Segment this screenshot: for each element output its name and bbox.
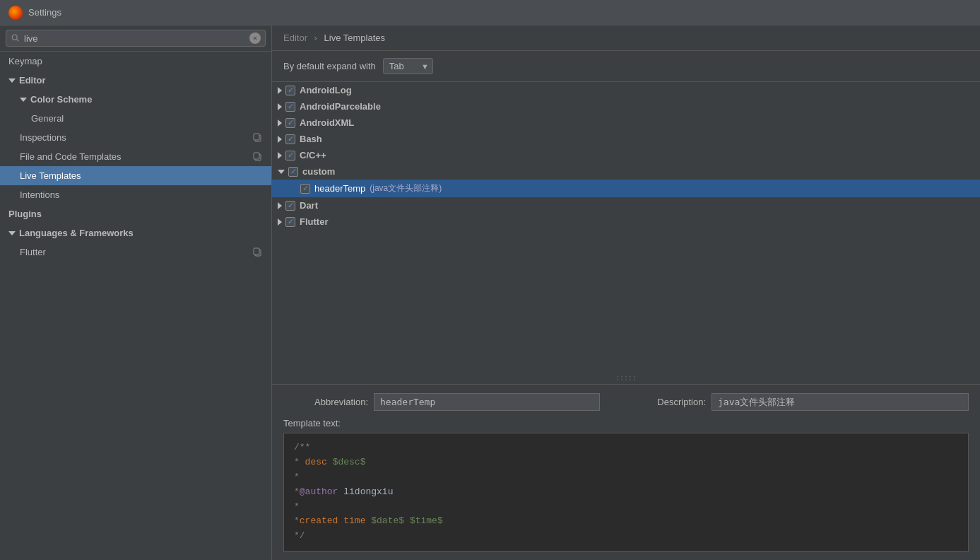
sidebar-item-languages-frameworks[interactable]: Languages & Frameworks — [0, 223, 271, 243]
file-code-templates-label: File and Code Templates — [20, 151, 122, 162]
sidebar: ✕ Keymap Editor Color Scheme General — [0, 25, 272, 560]
sidebar-item-keymap[interactable]: Keymap — [0, 52, 271, 71]
sidebar-item-plugins[interactable]: Plugins — [0, 204, 271, 223]
sidebar-item-editor[interactable]: Editor — [0, 71, 271, 90]
code-line-5-text: * — [294, 501, 300, 512]
sidebar-item-live-templates[interactable]: Live Templates — [0, 166, 271, 185]
group-custom[interactable]: custom — [272, 163, 980, 180]
androidlog-checkbox[interactable] — [285, 86, 295, 95]
lang-expand-icon — [8, 231, 16, 235]
custom-name: custom — [302, 166, 335, 177]
file-code-templates-copy-icon — [253, 152, 263, 162]
androidparcelable-checkbox[interactable] — [285, 102, 295, 112]
main-layout: ✕ Keymap Editor Color Scheme General — [0, 25, 980, 560]
sidebar-item-inspections[interactable]: Inspections — [0, 128, 271, 147]
sidebar-item-color-scheme[interactable]: Color Scheme — [0, 90, 271, 109]
window-title: Settings — [28, 7, 61, 18]
abbreviation-input[interactable] — [374, 393, 600, 411]
flutter-group-checkbox[interactable] — [285, 217, 295, 227]
group-androidlog[interactable]: AndroidLog — [272, 82, 980, 98]
group-flutter[interactable]: Flutter — [272, 214, 980, 230]
svg-point-0 — [12, 35, 17, 40]
resizer-handle[interactable]: ::::: — [272, 373, 980, 384]
code-line-4-author: @author — [300, 486, 338, 497]
code-line-7: */ — [294, 529, 958, 544]
svg-rect-3 — [254, 134, 259, 140]
details-panel: Abbreviation: Description: Template text… — [272, 384, 980, 560]
flutter-copy-icon — [253, 247, 263, 257]
bash-name: Bash — [300, 134, 322, 144]
group-androidparcelable[interactable]: AndroidParcelable — [272, 98, 980, 115]
androidxml-checkbox[interactable] — [285, 118, 295, 128]
intentions-label: Intentions — [20, 189, 59, 200]
breadcrumb-current: Live Templates — [324, 33, 385, 43]
custom-expand-icon — [278, 170, 285, 174]
code-line-6-key: created time — [300, 515, 366, 526]
code-line-2: * desc $desc$ — [294, 455, 958, 470]
code-line-5: * — [294, 500, 958, 515]
template-code-area[interactable]: /** * desc $desc$ * *@author lidongxiu *… — [283, 433, 969, 552]
group-dart[interactable]: Dart — [272, 197, 980, 214]
template-list: AndroidLog AndroidParcelable AndroidXML … — [272, 82, 980, 373]
abbrev-desc-row: Abbreviation: Description: — [283, 393, 969, 411]
search-input[interactable] — [24, 33, 249, 44]
flutter-group-name: Flutter — [300, 216, 328, 227]
colorscheme-label: Color Scheme — [30, 94, 92, 105]
search-wrap[interactable]: ✕ — [6, 30, 266, 47]
androidlog-name: AndroidLog — [300, 85, 352, 95]
group-bash[interactable]: Bash — [272, 131, 980, 147]
androidlog-expand-icon — [278, 87, 282, 94]
app-logo — [8, 6, 23, 20]
search-icon — [11, 33, 20, 43]
code-line-4-star: * — [294, 486, 300, 497]
code-line-7-text: */ — [294, 530, 305, 541]
androidparcelable-expand-icon — [278, 103, 282, 110]
code-line-6-time: $time$ — [410, 515, 443, 526]
code-line-2-prefix: * — [294, 457, 305, 467]
code-line-3-text: * — [294, 472, 300, 482]
code-line-6-star: * — [294, 515, 300, 526]
search-clear-button[interactable]: ✕ — [249, 33, 261, 44]
flutter-group-expand-icon — [278, 218, 282, 226]
expand-label: By default expand with — [283, 61, 376, 71]
sidebar-item-flutter[interactable]: Flutter — [0, 243, 271, 262]
cpp-checkbox[interactable] — [285, 151, 295, 161]
template-text-label: Template text: — [283, 418, 969, 428]
description-input[interactable] — [712, 393, 969, 411]
breadcrumb: Editor › Live Templates — [272, 25, 980, 51]
androidxml-expand-icon — [278, 119, 282, 127]
search-bar: ✕ — [0, 25, 271, 52]
group-cpp[interactable]: C/C++ — [272, 147, 980, 163]
keymap-label: Keymap — [8, 56, 42, 66]
code-line-4-val: lidongxiu — [338, 486, 393, 497]
code-line-6: *created time $date$ $time$ — [294, 514, 958, 529]
sidebar-item-intentions[interactable]: Intentions — [0, 185, 271, 204]
sidebar-item-general[interactable]: General — [0, 109, 271, 128]
code-line-1-text: /** — [294, 442, 310, 453]
expand-row: By default expand with Tab Space Enter ▼ — [272, 51, 980, 82]
custom-checkbox[interactable] — [288, 167, 298, 177]
editor-expand-icon — [8, 78, 16, 83]
content-panel: Editor › Live Templates By default expan… — [272, 25, 980, 560]
description-label: Description: — [621, 397, 706, 407]
sidebar-item-file-code-templates[interactable]: File and Code Templates — [0, 147, 271, 166]
title-bar: Settings — [0, 0, 980, 25]
code-line-3: * — [294, 470, 958, 485]
dart-checkbox[interactable] — [285, 201, 295, 211]
inspections-label: Inspections — [20, 132, 66, 143]
template-item-headertemp[interactable]: headerTemp (java文件头部注释) — [272, 180, 980, 197]
breadcrumb-editor: Editor — [283, 33, 307, 43]
general-label: General — [31, 113, 64, 124]
androidparcelable-name: AndroidParcelable — [300, 101, 381, 112]
languages-frameworks-label: Languages & Frameworks — [19, 228, 134, 238]
headertemp-checkbox[interactable] — [300, 184, 310, 194]
abbreviation-label: Abbreviation: — [283, 397, 368, 407]
code-line-4: *@author lidongxiu — [294, 485, 958, 500]
colorscheme-expand-icon — [20, 98, 27, 102]
bash-checkbox[interactable] — [285, 134, 295, 144]
expand-select-wrap[interactable]: Tab Space Enter ▼ — [383, 58, 433, 74]
dart-expand-icon — [278, 202, 282, 209]
expand-select[interactable]: Tab Space Enter — [383, 58, 433, 74]
code-line-2-key: desc — [305, 457, 327, 467]
group-androidxml[interactable]: AndroidXML — [272, 115, 980, 131]
